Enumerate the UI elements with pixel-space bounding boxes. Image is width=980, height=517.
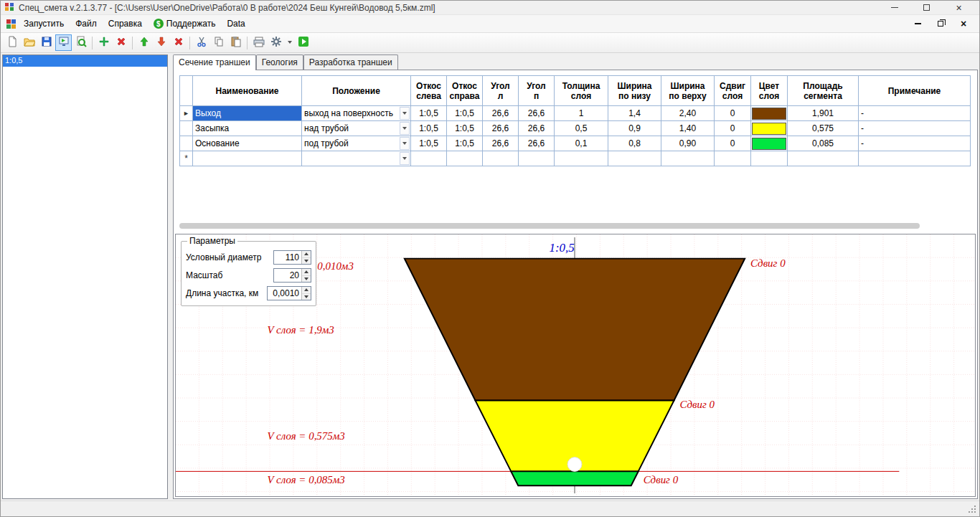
dropdown-arrow-icon[interactable]	[400, 137, 410, 150]
list-item-section[interactable]: 1:0,5	[3, 55, 167, 67]
tab-geology[interactable]: Геология	[256, 54, 303, 70]
cell-value[interactable]: 26,6	[519, 121, 555, 136]
new-row-cell[interactable]	[661, 151, 715, 166]
dropdown-button[interactable]	[285, 34, 294, 51]
cell-name[interactable]: Выход	[193, 106, 302, 121]
cell-value[interactable]: 26,6	[483, 106, 519, 121]
sections-list[interactable]: 1:0,5	[2, 54, 168, 499]
cell-note[interactable]: -	[859, 136, 971, 151]
close-button[interactable]: ×	[943, 1, 975, 14]
param-length-value[interactable]: 0,0010	[268, 287, 301, 300]
cell-value[interactable]: 0	[715, 136, 751, 151]
pipe-circle[interactable]	[567, 457, 582, 472]
spin-down-icon[interactable]	[302, 276, 311, 283]
preview-search-button[interactable]	[72, 34, 89, 51]
dropdown-arrow-icon[interactable]	[400, 107, 410, 120]
new-row-cell[interactable]	[715, 151, 751, 166]
cell-value[interactable]: 1:0,5	[411, 136, 447, 151]
open-folder-button[interactable]	[21, 34, 37, 51]
copy-button[interactable]	[210, 34, 227, 51]
param-length-spinner[interactable]: 0,0010	[267, 286, 311, 300]
column-header[interactable]: Цвет слоя	[751, 76, 788, 106]
param-diameter-value[interactable]: 110	[274, 251, 301, 264]
spin-down-icon[interactable]	[302, 294, 311, 300]
dropdown-arrow-icon[interactable]	[400, 152, 410, 165]
cell-value[interactable]: 1,901	[788, 106, 859, 121]
column-header[interactable]: Положение	[302, 76, 411, 106]
cell-value[interactable]: 0,085	[788, 136, 859, 151]
column-header[interactable]: Площадь сегмента	[788, 76, 859, 106]
tab-section[interactable]: Сечение траншеи	[173, 54, 256, 70]
menu-data[interactable]: Data	[221, 16, 250, 32]
column-header[interactable]: Наименование	[193, 76, 302, 106]
layer-color-swatch[interactable]	[752, 123, 786, 135]
menu-run[interactable]: Запустить	[18, 16, 70, 32]
new-row-cell[interactable]	[788, 151, 859, 166]
column-header[interactable]: Откос слева	[411, 76, 447, 106]
new-row-cell[interactable]	[608, 151, 661, 166]
new-row[interactable]: *	[180, 151, 971, 166]
paste-button[interactable]	[227, 34, 244, 51]
column-header[interactable]: Примечание	[859, 76, 971, 106]
cell-value[interactable]: 0	[715, 121, 751, 136]
cell-name[interactable]: Засыпка	[193, 121, 302, 136]
table-row[interactable]: ►Выходвыход на поверхность1:0,51:0,526,6…	[180, 106, 971, 121]
column-header[interactable]: Толщина слоя	[555, 76, 608, 106]
resize-grip[interactable]	[974, 511, 976, 513]
column-header[interactable]: Ширина по низу	[608, 76, 661, 106]
dropdown-arrow-icon[interactable]	[400, 122, 410, 135]
new-row-cell[interactable]	[859, 151, 971, 166]
menu-help[interactable]: Справка	[103, 16, 148, 32]
print-button[interactable]	[250, 34, 267, 51]
new-row-cell[interactable]	[751, 151, 788, 166]
add-row-button[interactable]	[95, 34, 112, 51]
cell-layer-color[interactable]	[751, 121, 788, 136]
panel-splitter[interactable]	[168, 54, 173, 499]
cell-position[interactable]: под трубой	[302, 136, 411, 151]
cell-value[interactable]: 26,6	[483, 121, 519, 136]
new-row-cell[interactable]	[519, 151, 555, 166]
column-header[interactable]: Откос справа	[447, 76, 483, 106]
param-scale-spinner[interactable]: 20	[273, 268, 311, 283]
spin-down-icon[interactable]	[302, 258, 311, 265]
cell-value[interactable]: 1:0,5	[447, 121, 483, 136]
tab-excavation[interactable]: Разработка траншеи	[303, 54, 398, 70]
new-row-cell[interactable]	[555, 151, 608, 166]
cell-value[interactable]: 0	[715, 106, 751, 121]
column-header[interactable]: Угол л	[483, 76, 519, 106]
cell-position[interactable]: над трубой	[302, 121, 411, 136]
load-section-button[interactable]	[55, 34, 72, 51]
menu-file[interactable]: Файл	[70, 16, 103, 32]
cell-value[interactable]: 1:0,5	[411, 121, 447, 136]
row-selector[interactable]	[180, 136, 193, 151]
layer-polygon-osnovanie[interactable]	[511, 471, 638, 485]
settings-button[interactable]	[268, 34, 284, 51]
cell-layer-color[interactable]	[751, 136, 788, 151]
table-row[interactable]: Основаниепод трубой1:0,51:0,526,626,60,1…	[180, 136, 971, 151]
mdi-minimize-button[interactable]	[912, 17, 923, 31]
row-selector[interactable]: ►	[180, 106, 193, 121]
cell-value[interactable]: 0,1	[555, 136, 608, 151]
cell-value[interactable]: 26,6	[519, 106, 555, 121]
menu-support[interactable]: $ Поддержать	[148, 16, 222, 32]
new-row-cell[interactable]	[193, 151, 302, 166]
cell-value[interactable]: 0,575	[788, 121, 859, 136]
mdi-restore-button[interactable]	[935, 17, 946, 31]
param-scale-value[interactable]: 20	[274, 269, 301, 282]
cell-note[interactable]: -	[859, 106, 971, 121]
table-row[interactable]: Засыпканад трубой1:0,51:0,526,626,60,50,…	[180, 121, 971, 136]
spin-up-icon[interactable]	[302, 287, 311, 294]
cell-value[interactable]: 1	[555, 106, 608, 121]
cell-value[interactable]: 0,9	[608, 121, 661, 136]
save-button[interactable]	[38, 34, 55, 51]
column-header[interactable]: Угол п	[519, 76, 555, 106]
cell-note[interactable]: -	[859, 121, 971, 136]
horizontal-scrollbar[interactable]	[179, 223, 967, 229]
cell-value[interactable]: 1:0,5	[447, 106, 483, 121]
cut-button[interactable]	[193, 34, 209, 51]
new-row-cell[interactable]	[447, 151, 483, 166]
cell-value[interactable]: 1,4	[608, 106, 661, 121]
param-diameter-spinner[interactable]: 110	[273, 250, 311, 265]
cell-layer-color[interactable]	[751, 106, 788, 121]
minimize-button[interactable]	[878, 1, 910, 14]
